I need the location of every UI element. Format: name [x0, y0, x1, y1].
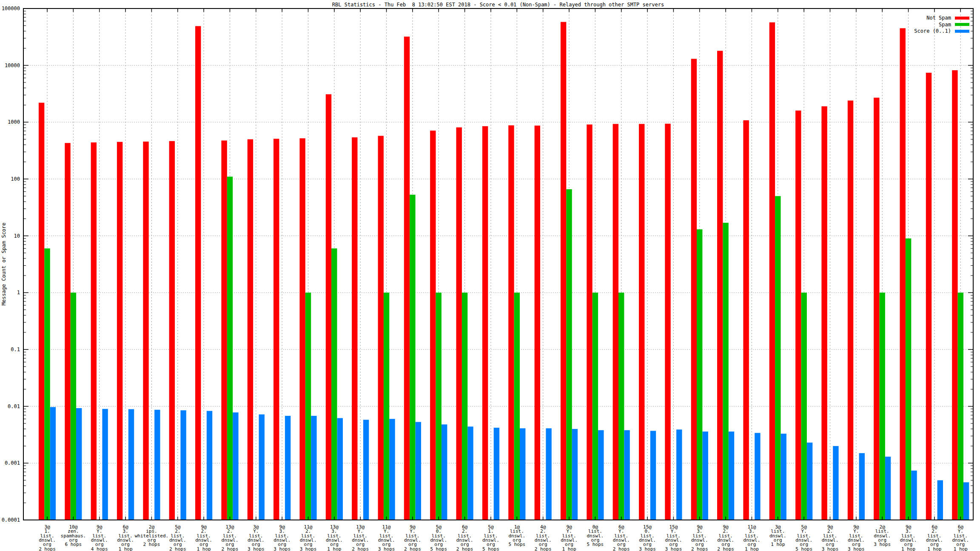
bar-score-0-1-29 [781, 434, 786, 520]
bar-not-spam-34 [900, 28, 906, 520]
bar-score-0-1-18 [494, 428, 499, 520]
bar-score-0-1-9 [259, 415, 265, 520]
y-tick-label-0.001: 0.001 [5, 460, 20, 466]
bar-score-0-1-15 [416, 422, 421, 520]
bar-spam-2 [71, 293, 76, 520]
bar-score-0-1-7 [207, 411, 212, 520]
bar-spam-14 [384, 293, 389, 520]
bar-spam-22 [593, 293, 598, 520]
bar-score-0-1-34 [911, 471, 917, 520]
x-label-8: 13@2.list.dnswl.org2 hops [222, 524, 239, 551]
bar-not-spam-4 [117, 142, 122, 520]
bar-spam-8 [227, 177, 233, 520]
bar-spam-29 [775, 196, 781, 520]
x-label-14: 11@Y.list.dnswl.org3 hops [378, 524, 395, 551]
bar-not-spam-28 [743, 120, 749, 520]
y-tick-label-1: 1 [17, 290, 20, 295]
y-tick-label-10: 10 [14, 233, 20, 239]
y-tick-label-100: 100 [11, 176, 20, 182]
bar-not-spam-19 [508, 125, 514, 520]
x-label-20: 4@2.list.dnswl.org2 hops [535, 524, 552, 551]
bar-score-0-1-36 [963, 482, 969, 520]
x-label-1: 3@1.list.dnswl.org2 hops [39, 524, 56, 551]
x-label-36: 6@Y.list.dnswl.org1 hop [952, 524, 969, 551]
bar-not-spam-10 [273, 139, 279, 520]
bar-score-0-1-1 [50, 407, 56, 520]
y-tick-label-1000: 1000 [8, 119, 20, 125]
bar-spam-30 [801, 293, 807, 520]
bar-score-0-1-8 [233, 412, 238, 520]
bar-score-0-1-5 [154, 410, 160, 520]
x-label-19: 1@list.dnswl.org5 hops [508, 524, 525, 547]
x-label-25: 15@Y.list.dnswl.org3 hops [665, 524, 682, 551]
bar-score-0-1-14 [389, 419, 395, 520]
bar-not-spam-11 [299, 138, 305, 520]
x-label-3: 9@Y.list.dnswl.org4 hops [91, 524, 108, 551]
bar-not-spam-35 [926, 73, 932, 520]
y-tick-label-0.0001: 0.0001 [2, 517, 20, 523]
y-axis-title: Message Count or Spam Score [1, 222, 7, 305]
y-tick-label-0.01: 0.01 [8, 403, 20, 409]
x-label-31: 9@2.list.dnswl.org3 hops [822, 524, 839, 551]
bar-not-spam-33 [874, 98, 879, 520]
x-label-22: 0@list.dnswl.org5 hops [587, 524, 604, 547]
x-label-26: 9@3.list.dnswl.org2 hops [691, 524, 708, 551]
chart-title: RBL Statistics - Thu Feb 8 13:02:50 EST … [332, 2, 664, 8]
bar-spam-26 [697, 229, 702, 520]
x-label-7: 9@2.list.dnswl.org1 hop [195, 524, 212, 551]
bar-spam-16 [436, 293, 442, 520]
bar-score-0-1-17 [467, 426, 473, 520]
bar-spam-27 [723, 223, 728, 520]
bar-not-spam-29 [769, 23, 775, 520]
x-label-9: 3@Y.list.dnswl.org3 hops [248, 524, 265, 551]
bar-score-0-1-13 [363, 420, 369, 520]
bar-not-spam-23 [613, 124, 618, 520]
bar-score-0-1-28 [755, 433, 760, 520]
bar-not-spam-26 [691, 59, 697, 520]
bar-spam-19 [514, 293, 520, 520]
x-label-28: 11@3.list.dnswl.org1 hop [744, 524, 761, 551]
x-label-35: 6@2.list.dnswl.org1 hop [926, 524, 943, 551]
bar-spam-34 [906, 239, 911, 520]
x-label-12: 13@3.list.dnswl.org1 hop [326, 524, 343, 551]
x-label-24: 15@0.list.dnswl.org3 hops [639, 524, 656, 551]
bar-score-0-1-4 [128, 409, 134, 520]
y-tick-label-0.1: 0.1 [11, 347, 20, 352]
bar-score-0-1-22 [598, 430, 604, 520]
bar-not-spam-2 [65, 143, 70, 520]
y-tick-label-10000: 10000 [5, 62, 20, 68]
x-label-2: 10@zen.spamhaus.org6 hops [61, 524, 86, 547]
bar-spam-17 [462, 293, 467, 520]
bar-score-0-1-35 [937, 480, 943, 520]
bar-score-0-1-16 [442, 424, 447, 520]
x-label-34: 9@3.list.dnswl.org1 hop [900, 524, 917, 551]
bar-not-spam-15 [404, 37, 410, 520]
bar-spam-11 [305, 293, 311, 520]
bar-not-spam-32 [848, 101, 853, 520]
bar-not-spam-13 [352, 137, 357, 520]
x-label-32: 9@Y.list.dnswl.org3 hops [848, 524, 865, 551]
bar-score-0-1-19 [520, 428, 525, 520]
bar-not-spam-24 [639, 124, 644, 520]
bar-spam-21 [566, 189, 572, 520]
x-label-33: 2@list.dnswl.org3 hops [874, 524, 891, 547]
bar-score-0-1-2 [76, 408, 82, 520]
bar-not-spam-1 [39, 103, 44, 520]
bar-not-spam-12 [326, 94, 331, 520]
bar-score-0-1-3 [102, 409, 108, 520]
bar-score-0-1-24 [650, 431, 656, 520]
x-label-15: 9@Y.list.dnswl.org2 hops [404, 524, 421, 551]
bar-score-0-1-31 [833, 446, 838, 520]
rbl-chart-canvas: 1000001000010001001010.10.010.0010.00013… [0, 0, 980, 551]
bar-not-spam-5 [143, 142, 148, 520]
bar-not-spam-27 [717, 51, 723, 520]
bar-not-spam-6 [169, 141, 175, 520]
x-label-5: 2@ips.whitelisted.org2 hops [135, 524, 168, 547]
bar-spam-15 [410, 195, 415, 520]
x-label-4: 6@3.list.dnswl.org1 hop [117, 524, 134, 551]
rbl-statistics-screenshot: { "title": "RBL Statistics - Thu Feb 8 1… [0, 0, 980, 551]
bar-score-0-1-32 [859, 453, 865, 520]
bar-score-0-1-21 [572, 429, 578, 520]
bar-score-0-1-10 [285, 416, 291, 520]
x-label-17: 6@2.list.dnswl.org2 hops [456, 524, 473, 551]
